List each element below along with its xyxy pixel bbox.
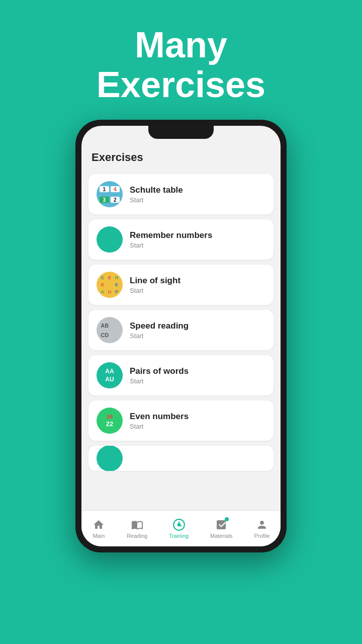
exercise-start-remember: Start [130,242,212,249]
app-header-title: Exercises [92,151,143,164]
page-heading: Many Exercises [97,25,265,105]
exercise-name-pairs: Pairs of words [130,366,189,376]
heading-line1: Many [97,25,265,65]
exercise-text-even: Even numbers Start [130,412,189,430]
los-icon: C E H E E A U P [97,272,123,298]
exercise-text-schulte: Schulte table Start [130,185,183,204]
bottom-nav: Main Reading [81,510,281,546]
remember-icon [97,226,123,253]
home-icon [92,518,105,531]
exercise-text-los: Line of sight Start [130,276,180,294]
page-background: Many Exercises Exercises 1 4 3 2 [0,0,362,644]
exercise-name-remember: Remember numbers [130,230,212,240]
nav-label-profile: Profile [254,533,269,539]
pairs-icon: AA AU [97,362,123,388]
nav-item-materials[interactable]: Materials [210,518,233,539]
materials-icon [215,518,228,531]
partial-icon [97,446,123,471]
phone-screen: Exercises 1 4 3 2 Schulte table Start [81,126,281,546]
nav-item-profile[interactable]: Profile [254,518,269,539]
phone-mockup: Exercises 1 4 3 2 Schulte table Start [75,120,287,552]
nav-item-reading[interactable]: Reading [127,518,147,539]
exercise-start-los: Start [130,287,180,294]
exercises-list: 1 4 3 2 Schulte table Start [81,170,281,510]
exercise-name-even: Even numbers [130,412,189,422]
even-icon: 23 22 [97,408,123,434]
exercise-name-schulte: Schulte table [130,185,183,195]
heading-line2: Exercises [97,65,265,105]
exercise-card-schulte[interactable]: 1 4 3 2 Schulte table Start [88,174,274,214]
materials-badge [225,517,229,521]
nav-label-main: Main [93,533,105,539]
reading-icon [131,518,144,531]
exercise-text-remember: Remember numbers Start [130,230,212,249]
training-icon [172,518,186,531]
exercise-card-partial[interactable] [88,446,274,471]
exercise-start-speed: Start [130,332,189,340]
nav-label-materials: Materials [210,533,233,539]
schulte-icon: 1 4 3 2 [97,181,123,207]
exercise-name-speed: Speed reading [130,321,189,331]
svg-point-1 [177,523,180,527]
app-header: Exercises [81,146,281,170]
nav-item-main[interactable]: Main [92,518,105,539]
exercise-text-speed: Speed reading Start [130,321,189,340]
exercise-name-los: Line of sight [130,276,180,286]
exercise-card-even[interactable]: 23 22 Even numbers Start [88,400,274,441]
phone-notch [148,126,214,139]
exercise-start-pairs: Start [130,377,189,385]
nav-label-reading: Reading [127,533,147,539]
exercise-text-pairs: Pairs of words Start [130,366,189,385]
exercise-card-remember[interactable]: Remember numbers Start [88,219,274,260]
profile-icon [255,518,268,531]
speed-icon: AB CD [97,317,123,343]
exercise-card-speed[interactable]: AB CD Speed reading Start [88,310,274,350]
exercise-start-schulte: Start [130,196,183,204]
nav-item-training[interactable]: Training [169,518,189,539]
exercise-card-pairs[interactable]: AA AU Pairs of words Start [88,355,274,395]
exercise-card-los[interactable]: C E H E E A U P Line of sight Start [88,265,274,305]
exercise-start-even: Start [130,423,189,430]
nav-label-training: Training [169,533,189,539]
